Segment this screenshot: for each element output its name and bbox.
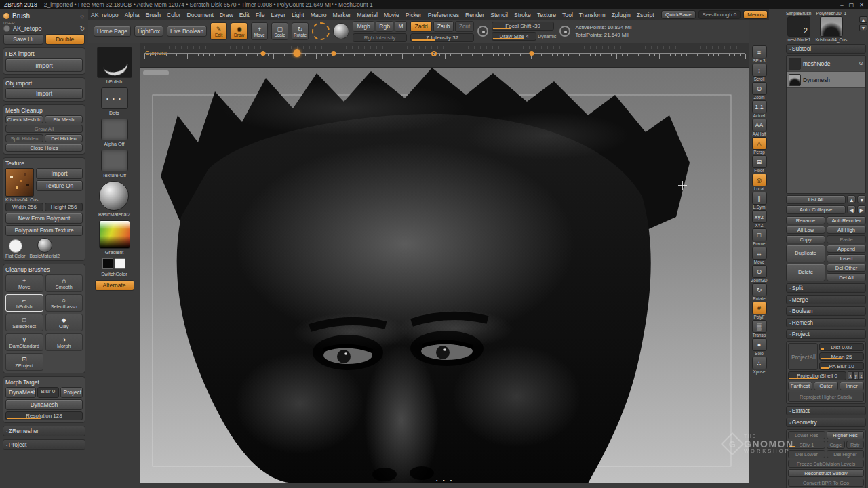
projection-shell-slider[interactable]: ProjectionShell 0 (788, 371, 846, 380)
menu-movie[interactable]: Movie (384, 12, 399, 18)
menu-tool[interactable]: Tool (562, 12, 573, 18)
tool-thumbnail[interactable] (820, 16, 843, 37)
save-ui-button[interactable]: Save Ui (3, 34, 43, 45)
pa-blur-10-slider[interactable]: PA Blur 10 (819, 362, 864, 370)
del-higher-button[interactable]: Del Higher (827, 450, 864, 458)
lightbox-button[interactable]: LightBox (134, 26, 163, 37)
canvas[interactable]: Camera 0014806-17 (140, 43, 749, 483)
rgb-intensity-slider[interactable]: Rgb Intensity (353, 33, 407, 42)
rotate3d-icon[interactable]: ↻ (752, 283, 767, 296)
timeline[interactable]: Camera 0014806-17 (140, 43, 749, 68)
outer-button[interactable]: Outer (814, 382, 838, 390)
menu-marker[interactable]: Marker (333, 12, 351, 18)
menu-light[interactable]: Light (292, 12, 304, 18)
xyz-icon[interactable]: xyz (752, 210, 767, 223)
refresh-icon[interactable]: ↻ (79, 25, 85, 32)
menu-zscript[interactable]: Zscript (637, 12, 654, 18)
xyz-control[interactable]: xyzXYZ (752, 210, 767, 228)
menu-document[interactable]: Document (187, 12, 214, 18)
delete-button[interactable]: Delete (786, 264, 825, 281)
material-swatch[interactable] (37, 238, 52, 253)
menu-alpha[interactable]: Alpha (125, 12, 140, 18)
transp-icon[interactable]: ▒ (752, 320, 767, 333)
reproject-higher-subdiv-button[interactable]: Reproject Higher Subdiv (788, 392, 864, 402)
zcut-button[interactable]: Zcut (455, 21, 474, 32)
panel-scroll-up[interactable]: ▲ (859, 16, 867, 23)
rotate3d-control[interactable]: ↻Rotate (752, 283, 767, 301)
lower-res-button[interactable]: Lower Res (788, 431, 825, 439)
freeze-subdivision-levels-button[interactable]: Freeze SubDivision Levels (788, 460, 864, 468)
solo-icon[interactable]: ● (752, 338, 767, 351)
list-all-button[interactable]: List All (786, 195, 846, 204)
polyframe-control[interactable]: #PolyF (752, 302, 767, 319)
grow-all-button[interactable]: Grow All (5, 125, 83, 133)
close-holes-button[interactable]: Close Holes (5, 144, 83, 152)
brush-selectrect[interactable]: □SelectRect (5, 314, 43, 331)
local-icon[interactable]: ◎ (752, 174, 767, 186)
autoreorder-button[interactable]: AutoReorder (827, 216, 866, 224)
menu-stroke[interactable]: Stroke (514, 12, 531, 18)
menu-macro[interactable]: Macro (311, 12, 327, 18)
close-button[interactable]: ✕ (859, 2, 864, 8)
stroke-preview-icon[interactable] (312, 22, 330, 40)
m-button[interactable]: M (395, 21, 407, 32)
mrgb-button[interactable]: Mrgb (353, 21, 374, 32)
zoom3d-icon[interactable]: ⊙ (752, 265, 767, 278)
subtool-down-button[interactable]: ▼ (857, 195, 866, 203)
duplicate-button[interactable]: Duplicate (786, 245, 825, 262)
subtool-up-button[interactable]: ▲ (847, 195, 856, 203)
zoom-icon[interactable]: ⊕ (752, 82, 767, 95)
timeline-marker[interactable] (294, 49, 301, 57)
see-through-slider[interactable]: See-through 0 (698, 10, 741, 19)
canvas-scrollbar[interactable] (143, 70, 169, 75)
menu-material[interactable]: Material (357, 12, 378, 18)
xpose-icon[interactable]: ∴ (752, 357, 767, 369)
auto-collapse-button[interactable]: Auto Collapse (786, 205, 846, 214)
gradient-thumbnail[interactable] (99, 220, 130, 249)
z-intensity-slider[interactable]: Z Intensity 37 (410, 33, 474, 42)
mean-25-slider[interactable]: Mean 25 (819, 352, 864, 361)
spix-icon[interactable]: ≡ (752, 45, 767, 58)
brush-zproject[interactable]: ⊡ZProject (5, 353, 43, 371)
switch-color-swatch[interactable] (102, 258, 125, 270)
draw-mode-button[interactable]: ◉Draw (231, 22, 248, 40)
timeline-marker[interactable] (332, 51, 336, 56)
secondary-color-swatch[interactable] (115, 258, 125, 269)
farthest-button[interactable]: Farthest (788, 382, 812, 390)
resolution-slider[interactable]: Resolution 128 (5, 411, 83, 420)
move3d-icon[interactable]: ↔ (752, 247, 767, 260)
alternate-button[interactable]: Alternate (95, 280, 134, 291)
maximize-button[interactable]: ▢ (849, 2, 854, 8)
menu-stencil[interactable]: Stencil (490, 12, 508, 18)
extract-header[interactable]: Extract (786, 406, 866, 415)
project-all-button[interactable]: ProjectAll (788, 343, 818, 370)
axis-selector[interactable]: x y z (848, 371, 864, 380)
alpha-off-thumbnail[interactable] (101, 119, 128, 140)
hpolish-thumbnail[interactable] (97, 47, 132, 78)
aahalf-icon[interactable]: AA (752, 119, 767, 131)
brush-clay[interactable]: ◆Clay (45, 314, 83, 331)
append-button[interactable]: Append (827, 245, 866, 253)
menus-button[interactable]: Menus (743, 10, 768, 19)
menu-picker[interactable]: Picker (406, 12, 422, 18)
brush-morph[interactable]: ◑Morph (45, 333, 83, 351)
main-color-swatch[interactable] (102, 258, 113, 269)
frame-control[interactable]: □Frame (752, 228, 767, 246)
brush-selectlasso[interactable]: ○SelectLasso (45, 294, 83, 312)
floor-icon[interactable]: ⊞ (752, 155, 767, 168)
merge-header[interactable]: Merge (786, 295, 866, 304)
solo-control[interactable]: ●Solo (752, 338, 767, 356)
menu-zplugin[interactable]: Zplugin (612, 12, 631, 18)
move-mode-button[interactable]: +Move (251, 22, 268, 40)
check-mesh-in-button[interactable]: Check Mesh In (5, 115, 43, 123)
obj-import-button[interactable]: Import (5, 88, 83, 99)
all-high-button[interactable]: All High (827, 226, 866, 234)
quicksave-button[interactable]: QuickSave (661, 10, 696, 19)
texture-on-button[interactable]: Texture On (36, 180, 83, 191)
points-dial-icon[interactable] (559, 26, 570, 37)
live-boolean-button[interactable]: Live Boolean (167, 26, 207, 37)
scale-mode-button[interactable]: ▢Scale (271, 22, 288, 40)
cage-button[interactable]: Cage (827, 441, 845, 449)
inner-button[interactable]: Inner (840, 382, 864, 390)
dots-thumbnail[interactable]: • • • (101, 87, 128, 109)
